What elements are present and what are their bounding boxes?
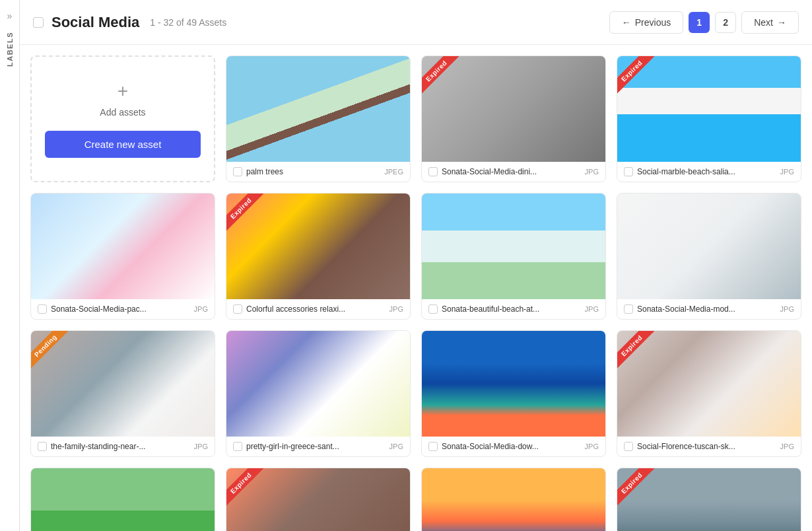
asset-checkbox[interactable] <box>233 304 242 314</box>
asset-card[interactable]: Expired Sonata-Social-Media-dini... JPG <box>421 55 606 182</box>
asset-checkbox[interactable] <box>233 442 242 451</box>
asset-card[interactable]: Expired Social-marble-beach-salia... JPG <box>617 55 801 182</box>
arrow-right-icon: → <box>777 17 786 28</box>
expired-ribbon: Expired <box>617 56 663 102</box>
asset-name: Social-marble-beach-salia... <box>637 167 776 176</box>
asset-name: Sonata-Social-Media-pac... <box>51 304 190 314</box>
asset-name: Social-Florence-tuscan-sk... <box>637 442 776 451</box>
pending-ribbon: Pending <box>31 331 77 377</box>
page-2-button[interactable]: 2 <box>715 12 736 33</box>
asset-meta: palm trees JPEG <box>226 162 410 182</box>
asset-name: Colorful accessories relaxi... <box>246 304 386 314</box>
asset-meta: the-family-standing-near-... JPG <box>31 437 215 456</box>
asset-checkbox[interactable] <box>38 304 47 314</box>
asset-count: 1 - 32 of 49 Assets <box>150 17 226 28</box>
asset-card[interactable]: Expired rocks-sky... JPG <box>617 468 801 531</box>
asset-meta: Sonata-beautiful-beach-at... JPG <box>422 299 605 319</box>
asset-checkbox[interactable] <box>428 304 438 314</box>
next-label: Next <box>754 17 773 28</box>
arrow-left-icon: ← <box>622 17 631 28</box>
asset-card[interactable]: Sonata-beautiful-beach-at... JPG <box>421 193 606 320</box>
asset-image: Expired <box>617 331 801 437</box>
asset-type: JPG <box>585 168 599 176</box>
asset-card[interactable]: Pending the-family-standing-near-... JPG <box>30 330 215 457</box>
expired-ribbon: Expired <box>226 194 273 240</box>
asset-checkbox[interactable] <box>428 167 438 176</box>
asset-type: JPEG <box>384 168 403 176</box>
asset-image <box>31 468 215 531</box>
asset-card[interactable]: Sonata-Social-Media-mod... JPG <box>617 193 801 320</box>
asset-meta: Social-marble-beach-salia... JPG <box>617 162 801 182</box>
collapse-icon[interactable]: » <box>7 11 13 21</box>
previous-button[interactable]: ← Previous <box>609 11 683 34</box>
asset-image: Expired <box>226 468 410 531</box>
asset-card[interactable]: Expired animals-greece... JPG <box>226 468 411 531</box>
asset-meta: Colorful accessories relaxi... JPG <box>226 299 410 319</box>
asset-image <box>31 194 215 299</box>
asset-image <box>226 331 410 437</box>
header: Social Media 1 - 32 of 49 Assets ← Previ… <box>20 0 812 45</box>
asset-checkbox[interactable] <box>38 442 47 451</box>
asset-type: JPG <box>780 442 794 450</box>
asset-meta: Sonata-Social-Media-mod... JPG <box>617 299 801 319</box>
main-content: Social Media 1 - 32 of 49 Assets ← Previ… <box>20 0 812 531</box>
expired-ribbon: Expired <box>226 468 273 514</box>
asset-meta: pretty-girl-in-greece-sant... JPG <box>226 437 410 456</box>
sidebar-label: LABELS <box>6 32 14 67</box>
asset-image: Expired <box>226 194 410 299</box>
asset-image <box>422 194 605 299</box>
asset-checkbox[interactable] <box>624 167 633 176</box>
asset-checkbox[interactable] <box>624 304 633 314</box>
asset-image: Expired <box>617 468 801 531</box>
asset-image <box>422 331 605 437</box>
asset-type: JPG <box>194 305 208 313</box>
asset-type: JPG <box>780 168 794 176</box>
asset-card[interactable]: pretty-girl-in-greece-sant... JPG <box>226 330 411 457</box>
page-title: Social Media <box>51 14 139 31</box>
asset-card[interactable]: palm trees JPEG <box>226 55 411 182</box>
asset-card[interactable]: Expired Colorful accessories relaxi... J… <box>226 193 411 320</box>
asset-type: JPG <box>389 305 403 313</box>
asset-type: JPG <box>194 442 208 450</box>
asset-card[interactable]: green-fields... JPG <box>30 468 215 531</box>
asset-name: palm trees <box>246 167 380 176</box>
sidebar: » LABELS <box>0 0 20 531</box>
expired-ribbon: Expired <box>422 56 468 102</box>
add-label: Add assets <box>100 107 145 118</box>
asset-type: JPG <box>389 442 403 450</box>
asset-name: Sonata-Social-Media-dini... <box>442 167 581 176</box>
select-all-checkbox[interactable] <box>33 17 44 28</box>
asset-meta: Social-Florence-tuscan-sk... JPG <box>617 437 801 456</box>
asset-name: Sonata-Social-Media-mod... <box>637 304 776 314</box>
asset-image: Expired <box>422 56 605 162</box>
asset-card[interactable]: Sonata-Social-Media-dow... JPG <box>421 330 606 457</box>
asset-checkbox[interactable] <box>428 442 438 451</box>
asset-name: pretty-girl-in-greece-sant... <box>246 442 386 451</box>
next-button[interactable]: Next → <box>741 11 799 34</box>
create-new-asset-button[interactable]: Create new asset <box>45 131 201 158</box>
asset-meta: Sonata-Social-Media-dow... JPG <box>422 437 605 456</box>
asset-name: Sonata-beautiful-beach-at... <box>442 304 581 314</box>
asset-checkbox[interactable] <box>233 167 242 176</box>
asset-name: Sonata-Social-Media-dow... <box>442 442 581 451</box>
add-icon: + <box>118 81 128 102</box>
asset-type: JPG <box>585 305 599 313</box>
previous-label: Previous <box>635 17 671 28</box>
expired-ribbon: Expired <box>617 468 663 514</box>
asset-card[interactable]: Expired Social-Florence-tuscan-sk... JPG <box>617 330 801 457</box>
add-asset-card: + Add assets Create new asset <box>30 55 215 182</box>
page-1-button[interactable]: 1 <box>689 12 710 33</box>
asset-checkbox[interactable] <box>624 442 633 451</box>
asset-type: JPG <box>780 305 794 313</box>
pagination: ← Previous 1 2 Next → <box>609 11 799 34</box>
asset-type: JPG <box>585 442 599 450</box>
asset-grid: + Add assets Create new asset palm trees… <box>30 55 801 531</box>
asset-image <box>226 56 410 162</box>
expired-ribbon: Expired <box>617 331 663 377</box>
asset-card[interactable]: boat-sunset... JPG <box>421 468 606 531</box>
asset-card[interactable]: Sonata-Social-Media-pac... JPG <box>30 193 215 320</box>
asset-meta: Sonata-Social-Media-pac... JPG <box>31 299 215 319</box>
asset-meta: Sonata-Social-Media-dini... JPG <box>422 162 605 182</box>
asset-image: Pending <box>31 331 215 437</box>
asset-image: Expired <box>617 56 801 162</box>
